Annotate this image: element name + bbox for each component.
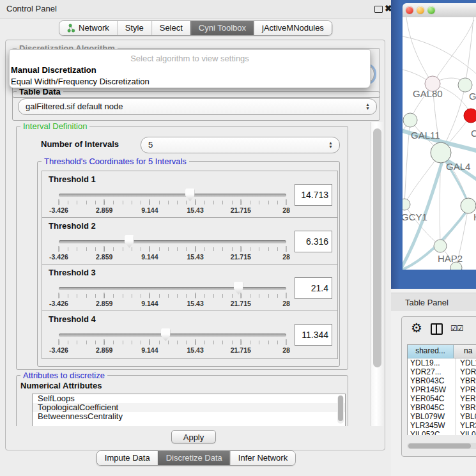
slider-ticks bbox=[59, 201, 286, 204]
table-row[interactable]: YIL052CYIL0 bbox=[408, 430, 476, 435]
table-row[interactable]: YDL19...YDL1 bbox=[408, 358, 476, 367]
close-traffic-light-icon[interactable] bbox=[406, 6, 413, 14]
table-row[interactable]: YBL079WYBL0 bbox=[408, 412, 476, 421]
tab-network-label: Network bbox=[79, 21, 109, 35]
table-row[interactable]: YLR345WYLR3 bbox=[408, 421, 476, 430]
node-label: HAP2 bbox=[438, 253, 463, 264]
algorithm-dropdown-popup: Select algorithm to view settings Manual… bbox=[9, 49, 371, 88]
popup-option-manual-discretization[interactable]: Manual Discretization bbox=[10, 65, 370, 75]
threshold-1-value-field[interactable]: 14.713 bbox=[295, 184, 332, 206]
attributes-group: Attributes to discretize Numerical Attri… bbox=[16, 375, 348, 426]
settings-vertical-scrollbar[interactable] bbox=[371, 122, 384, 426]
number-of-intervals-value: 5 bbox=[148, 137, 153, 153]
threshold-4-slider[interactable]: -3.426 2.859 9.144 15.43 21.715 28 bbox=[59, 311, 286, 358]
node-hap2[interactable] bbox=[434, 240, 447, 252]
top-tab-bar: Network Style Select Cyni Toolbox jActiv… bbox=[59, 20, 332, 36]
threshold-2-value-field[interactable]: 6.316 bbox=[295, 231, 332, 252]
tab-infer-network[interactable]: Infer Network bbox=[230, 451, 295, 465]
thresholds-group-title: Threshold's Coordinates for 5 Intervals bbox=[42, 157, 189, 166]
tab-impute-data[interactable]: Impute Data bbox=[97, 451, 158, 465]
slider-track[interactable] bbox=[59, 334, 286, 337]
table-data-combobox-value: galFiltered.sif default node bbox=[26, 99, 123, 114]
slider-handle[interactable] bbox=[125, 235, 134, 248]
control-panel: Control Panel ✖ Network Style Select Cyn… bbox=[0, 0, 391, 476]
bottom-tab-bar: Impute Data Discretize Data Infer Networ… bbox=[96, 450, 296, 466]
tab-cyni-toolbox[interactable]: Cyni Toolbox bbox=[190, 21, 254, 35]
table-row[interactable]: YPR145WYPR1 bbox=[408, 385, 476, 394]
screenshot-root: Control Panel ✖ Network Style Select Cyn… bbox=[0, 0, 476, 476]
table-horizontal-scrollbar[interactable] bbox=[407, 443, 476, 449]
table-data-group-title: Table Data bbox=[17, 87, 63, 96]
threshold-3-row: Threshold 3 -3.426 2.859 9.144 15.43 21.… bbox=[42, 264, 338, 312]
threshold-2-slider[interactable]: -3.426 2.859 9.144 15.43 21.715 28 bbox=[59, 218, 286, 265]
table-panel-body: ⚙ ☑☑ shared... na YDL19...YDL1 YDR27...Y… bbox=[391, 311, 476, 476]
control-panel-title: Control Panel bbox=[6, 0, 57, 18]
list-item[interactable]: BetweennessCentrality bbox=[33, 412, 345, 421]
slider-track[interactable] bbox=[59, 287, 286, 290]
slider-track[interactable] bbox=[59, 194, 286, 197]
column-header-shared-name[interactable]: shared... bbox=[408, 345, 454, 358]
threshold-3-slider[interactable]: -3.426 2.859 9.144 15.43 21.715 28 bbox=[59, 265, 286, 312]
threshold-1-slider[interactable]: -3.426 2.859 9.144 15.43 21.715 28 bbox=[59, 171, 286, 219]
table-data-combobox[interactable]: galFiltered.sif default node ▲▼ bbox=[18, 98, 377, 115]
node-gal4[interactable] bbox=[431, 142, 451, 163]
column-layout-icon[interactable] bbox=[431, 323, 443, 335]
slider-ticks bbox=[59, 294, 286, 298]
slider-track[interactable] bbox=[59, 240, 286, 243]
list-item[interactable]: SelfLoops bbox=[33, 394, 345, 403]
table-row[interactable]: YBR043CYBR0 bbox=[408, 376, 476, 385]
scrollbar-thumb[interactable] bbox=[408, 443, 471, 449]
table-row[interactable]: YDR27...YDR2 bbox=[408, 367, 476, 376]
table-row[interactable]: YER054CYER0 bbox=[408, 394, 476, 403]
node-label: GAL80 bbox=[413, 88, 443, 99]
scrollbar-thumb[interactable] bbox=[373, 128, 381, 367]
node-label: C bbox=[471, 128, 476, 139]
network-graph: GAL80 G. C GAL11 GAL4 GCY1 H HAP2 bbox=[403, 17, 476, 270]
threshold-4-value-field[interactable]: 11.344 bbox=[295, 324, 332, 346]
numerical-attributes-list[interactable]: SelfLoops TopologicalCoefficient Between… bbox=[32, 394, 346, 426]
node-attribute-table: shared... na YDL19...YDL1 YDR27...YDR2 Y… bbox=[407, 344, 476, 435]
threshold-3-value-field[interactable]: 21.4 bbox=[295, 277, 332, 299]
slider-ticks bbox=[59, 341, 286, 344]
tab-style[interactable]: Style bbox=[117, 21, 151, 35]
slider-handle[interactable] bbox=[234, 282, 243, 295]
number-of-intervals-combobox[interactable]: 5 ▲▼ bbox=[141, 137, 340, 153]
table-header-row: shared... na bbox=[408, 345, 476, 358]
popup-placeholder-option[interactable]: Select algorithm to view settings bbox=[10, 54, 370, 63]
list-item[interactable]: TopologicalCoefficient bbox=[33, 403, 345, 412]
threshold-4-row: Threshold 4 -3.426 2.859 9.144 15.43 21.… bbox=[42, 311, 338, 359]
column-header-name[interactable]: na bbox=[454, 345, 476, 358]
control-panel-titlebar: Control Panel ✖ bbox=[0, 0, 391, 19]
node-red-selected[interactable] bbox=[464, 109, 476, 123]
numerical-attributes-label: Numerical Attributes bbox=[20, 381, 102, 390]
node-g[interactable] bbox=[458, 78, 472, 92]
node-label: H bbox=[473, 211, 476, 222]
select-columns-icon[interactable]: ☑☑ bbox=[450, 324, 463, 333]
network-canvas[interactable]: GAL80 G. C GAL11 GAL4 GCY1 H HAP2 bbox=[403, 17, 476, 270]
tab-jactivemnodules[interactable]: jActiveMNodules bbox=[254, 21, 332, 35]
combo-arrows-icon: ▲▼ bbox=[365, 103, 370, 111]
zoom-traffic-light-icon[interactable] bbox=[427, 6, 435, 14]
slider-handle[interactable] bbox=[185, 188, 195, 201]
combo-arrows-icon: ▲▼ bbox=[328, 141, 333, 149]
interval-definition-group-title: Interval Definition bbox=[20, 122, 89, 131]
apply-button[interactable]: Apply bbox=[171, 430, 216, 443]
gear-icon[interactable]: ⚙ bbox=[411, 320, 422, 335]
float-window-icon[interactable] bbox=[374, 6, 383, 13]
list-scrollbar[interactable] bbox=[337, 395, 344, 424]
attributes-group-title: Attributes to discretize bbox=[20, 371, 107, 380]
node-gcy1[interactable] bbox=[403, 199, 410, 210]
slider-handle[interactable] bbox=[161, 328, 171, 341]
tab-select[interactable]: Select bbox=[151, 21, 190, 35]
network-icon bbox=[67, 24, 75, 33]
table-row[interactable]: YBR045CYBR0 bbox=[408, 403, 476, 412]
settings-scroll-area: Interval Definition Number of Intervals … bbox=[12, 122, 384, 426]
network-window-titlebar[interactable] bbox=[403, 3, 476, 18]
popup-option-equal-width[interactable]: Equal Width/Frequency Discretization bbox=[10, 77, 370, 87]
tab-discretize-data[interactable]: Discretize Data bbox=[158, 451, 230, 465]
node-label: GCY1 bbox=[403, 211, 427, 222]
node-gal11[interactable] bbox=[403, 113, 417, 127]
tab-network[interactable]: Network bbox=[59, 21, 117, 35]
number-of-intervals-label: Number of Intervals bbox=[41, 139, 119, 149]
minimize-traffic-light-icon[interactable] bbox=[417, 6, 424, 14]
